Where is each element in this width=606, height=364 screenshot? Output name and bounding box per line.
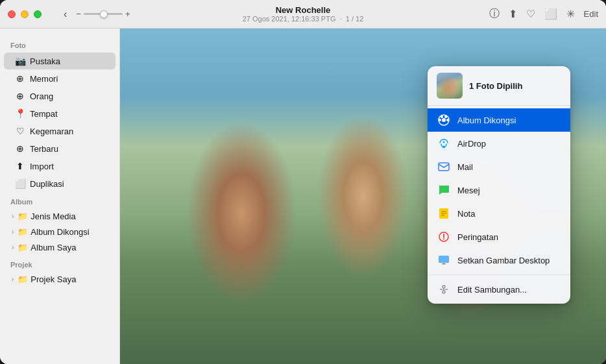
sidebar-item-label: Jenis Media xyxy=(30,212,75,221)
sidebar-item-pustaka[interactable]: 📷 Pustaka xyxy=(4,53,115,69)
nav-controls: ‹ − + xyxy=(61,7,130,21)
sidebar-item-kegemaran[interactable]: ♡ Kegemaran xyxy=(4,123,115,140)
library-icon: 📷 xyxy=(14,55,26,67)
thumbnail-preview xyxy=(437,73,463,99)
popup-thumbnail xyxy=(437,73,463,99)
popup-item-edit-sambungan[interactable]: Edit Sambungan... xyxy=(428,278,570,301)
svg-point-19 xyxy=(442,285,445,288)
section-projek-label: Projek xyxy=(0,256,119,271)
popup-item-mesej[interactable]: Mesej xyxy=(428,178,570,202)
places-icon: 📍 xyxy=(14,108,26,119)
sidebar-item-jenis-media[interactable]: › 📁 Jenis Media xyxy=(4,209,115,224)
svg-point-3 xyxy=(446,119,449,121)
my-albums-icon: 📁 xyxy=(18,243,28,252)
section-foto-label: Foto xyxy=(0,36,119,52)
popup-item-nota[interactable]: Nota xyxy=(428,202,570,225)
shared-album-icon xyxy=(437,113,451,127)
sidebar-item-album-dikongsi[interactable]: › 📁 Album Dikongsi xyxy=(4,224,115,239)
duplicates-icon: ⬜ xyxy=(14,178,26,189)
back-button[interactable]: ‹ xyxy=(61,7,69,21)
sidebar-item-label: Projek Saya xyxy=(30,274,76,284)
chevron-icon: › xyxy=(12,213,14,220)
sidebar-item-label: Pustaka xyxy=(30,56,60,66)
sidebar-item-label: Tempat xyxy=(30,109,58,119)
zoom-plus-icon: + xyxy=(125,9,130,19)
sidebar: Foto 📷 Pustaka ⊕ Memori ⊕ Orang 📍 Tempat… xyxy=(0,29,120,364)
chevron-icon: › xyxy=(12,276,14,283)
svg-point-2 xyxy=(439,119,441,121)
people-icon: ⊕ xyxy=(14,90,26,102)
photo-area[interactable]: 1 Foto Dipilih xyxy=(120,29,606,364)
slider-thumb xyxy=(100,10,108,18)
traffic-lights xyxy=(8,10,42,18)
popup-item-album-dikongsi[interactable]: Album Dikongsi xyxy=(428,108,570,132)
adjust-button[interactable]: ✳ xyxy=(566,8,575,20)
svg-point-5 xyxy=(444,115,447,118)
photo-subtitle: 27 Ogos 2021, 12:16:33 PTG · 1 / 12 xyxy=(243,15,364,23)
maximize-button[interactable] xyxy=(34,10,42,18)
sidebar-item-label: Orang xyxy=(30,91,53,101)
sidebar-item-terbaru[interactable]: ⊕ Terbaru xyxy=(4,140,115,157)
info-button[interactable]: ⓘ xyxy=(489,7,500,21)
svg-rect-8 xyxy=(439,163,449,171)
edit-button[interactable]: Edit xyxy=(584,9,598,19)
notes-icon xyxy=(437,206,451,221)
minimize-button[interactable] xyxy=(21,10,29,18)
popup-item-label: Nota xyxy=(457,209,475,219)
sidebar-item-orang[interactable]: ⊕ Orang xyxy=(4,88,115,104)
sidebar-item-label: Kegemaran xyxy=(30,127,73,136)
sidebar-item-label: Memori xyxy=(30,74,58,84)
zoom-minus-icon: − xyxy=(76,9,81,19)
popup-item-peringatan[interactable]: Peringatan xyxy=(428,225,570,249)
mail-icon xyxy=(437,160,451,174)
sidebar-item-album-saya[interactable]: › 📁 Album Saya xyxy=(4,240,115,255)
shared-albums-icon: 📁 xyxy=(18,227,28,237)
memories-icon: ⊕ xyxy=(14,73,26,84)
share-popup-menu: 1 Foto Dipilih xyxy=(428,66,570,304)
popup-item-label: Mail xyxy=(457,162,473,172)
sidebar-item-label: Duplikasi xyxy=(30,179,64,189)
page-counter: 1 / 12 xyxy=(346,15,364,23)
crop-button[interactable]: ⬜ xyxy=(544,8,557,20)
popup-item-desktop[interactable]: Setkan Gambar Desktop xyxy=(428,249,570,272)
popup-item-label: Edit Sambungan... xyxy=(457,285,527,295)
import-icon: ⬆ xyxy=(14,160,26,172)
svg-point-4 xyxy=(441,115,443,118)
sidebar-item-memori[interactable]: ⊕ Memori xyxy=(4,70,115,87)
close-button[interactable] xyxy=(8,10,16,18)
favorite-button[interactable]: ♡ xyxy=(526,8,535,20)
sidebar-item-label: Album Saya xyxy=(30,243,76,252)
media-types-icon: 📁 xyxy=(18,212,28,221)
share-button[interactable]: ⬆ xyxy=(509,8,517,20)
sidebar-item-label: Terbaru xyxy=(30,144,58,154)
edit-extensions-icon xyxy=(437,282,451,297)
popup-section-main: Album Dikongsi xyxy=(428,106,570,274)
svg-point-20 xyxy=(442,291,445,293)
popup-section-extensions: Edit Sambungan... xyxy=(428,274,570,304)
popup-item-label: Peringatan xyxy=(457,232,498,242)
recents-icon: ⊕ xyxy=(14,143,26,154)
my-projects-icon: 📁 xyxy=(18,274,28,284)
sidebar-item-import[interactable]: ⬆ Import xyxy=(4,158,115,175)
airdrop-icon xyxy=(437,136,451,151)
sidebar-item-projek-saya[interactable]: › 📁 Projek Saya xyxy=(4,272,115,287)
popup-item-airdrop[interactable]: AirDrop xyxy=(428,132,570,155)
main-content: Foto 📷 Pustaka ⊕ Memori ⊕ Orang 📍 Tempat… xyxy=(0,29,606,364)
sidebar-item-tempat[interactable]: 📍 Tempat xyxy=(4,105,115,122)
zoom-slider[interactable]: − + xyxy=(76,9,130,19)
popup-item-mail[interactable]: Mail xyxy=(428,155,570,178)
photo-date: 27 Ogos 2021, 12:16:33 PTG xyxy=(243,15,336,23)
titlebar: ‹ − + New Rochelle 27 Ogos 2021, 12:16:3… xyxy=(0,0,606,29)
popup-item-label: Mesej xyxy=(457,186,480,195)
slider-track[interactable] xyxy=(84,13,123,15)
popup-item-label: Album Dikongsi xyxy=(457,115,516,125)
svg-point-15 xyxy=(443,239,444,240)
photo-title: New Rochelle xyxy=(243,5,364,15)
svg-point-1 xyxy=(442,118,446,122)
popup-item-label: AirDrop xyxy=(457,139,486,149)
reminders-icon xyxy=(437,230,451,244)
sidebar-item-duplikasi[interactable]: ⬜ Duplikasi xyxy=(4,175,115,192)
titlebar-center: New Rochelle 27 Ogos 2021, 12:16:33 PTG … xyxy=(243,5,364,23)
favorites-icon: ♡ xyxy=(14,125,26,137)
message-icon xyxy=(437,183,451,197)
